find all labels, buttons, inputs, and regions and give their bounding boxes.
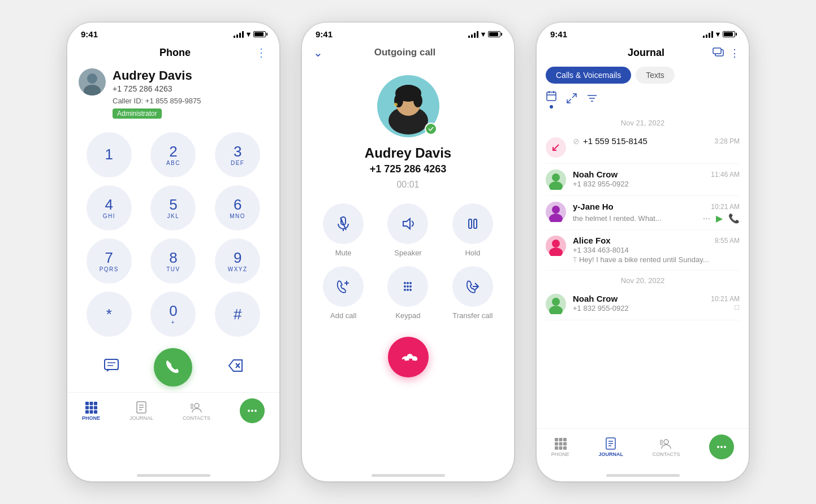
addcall-button[interactable]: Add call <box>316 266 371 320</box>
svg-point-49 <box>407 289 409 291</box>
tab-contacts-1[interactable]: CONTACTS <box>183 401 210 421</box>
calendar-view-btn[interactable] <box>546 90 557 108</box>
backspace-btn[interactable] <box>223 355 247 380</box>
filter-view-btn[interactable] <box>586 93 598 107</box>
dial-star[interactable]: * <box>87 292 132 337</box>
phone-menu-icon[interactable]: ⋮ <box>256 46 268 59</box>
journal-entry-missed-1: ⊘ +1 559 515-8145 3:28 PM <box>546 131 740 164</box>
texts-tab[interactable]: Texts <box>636 67 675 84</box>
dial-4[interactable]: 4GHI <box>87 185 132 231</box>
home-indicator-2 <box>372 474 445 477</box>
jane-play-icon[interactable]: ▶ <box>716 213 723 224</box>
svg-rect-78 <box>559 442 562 445</box>
tab-contacts-3[interactable]: CONTACTS <box>653 437 680 457</box>
wifi-icon-2: ▾ <box>481 30 485 38</box>
missed-time: 3:28 PM <box>714 136 740 145</box>
tab-journal-3[interactable]: JOURNAL <box>599 437 624 457</box>
dial-0[interactable]: 0+ <box>150 292 196 337</box>
entry-top-jane: y-Jane Ho 10:21 AM <box>573 202 740 211</box>
status-time-2: 9:41 <box>316 29 333 39</box>
end-call-button[interactable] <box>388 337 429 377</box>
contact-phone: +1 725 286 4263 <box>113 84 268 93</box>
svg-rect-11 <box>85 406 89 409</box>
cast-icon-btn[interactable] <box>713 46 724 60</box>
svg-point-45 <box>404 285 406 288</box>
call-controls: Mute Speaker Hold Add call <box>302 195 514 328</box>
wifi-icon-3: ▾ <box>716 30 720 38</box>
svg-point-87 <box>664 440 668 444</box>
jane-name: y-Jane Ho <box>573 202 614 211</box>
call-header: ⌄ Outgoing call <box>302 41 514 64</box>
tab-journal-1[interactable]: JOURNAL <box>129 401 153 421</box>
avatar-svg <box>79 68 106 95</box>
jane-more-icon[interactable]: ··· <box>703 214 710 224</box>
entry-details-alice: Alice Fox +1 334 463-8014 8:55 AM T Hey!… <box>573 236 740 264</box>
dial-1[interactable]: 1 <box>87 132 132 177</box>
status-bar-1: 9:41 ▾ <box>67 23 279 41</box>
svg-rect-22 <box>191 404 193 409</box>
dial-call-button[interactable] <box>154 348 192 386</box>
svg-point-46 <box>407 285 409 288</box>
mute-button[interactable]: Mute <box>316 203 371 257</box>
dial-9[interactable]: 9WXYZ <box>215 238 260 284</box>
dial-2[interactable]: 2ABC <box>150 132 196 177</box>
status-icons-3: ▾ <box>703 30 735 38</box>
noah-time-1: 11:46 AM <box>711 170 740 179</box>
missed-phone: +1 559 515-8145 <box>583 136 647 146</box>
more-icon-btn[interactable]: ⋮ <box>729 47 740 59</box>
missed-number: ⊘ +1 559 515-8145 <box>573 136 647 146</box>
svg-rect-74 <box>555 438 558 441</box>
svg-point-66 <box>552 206 560 214</box>
svg-rect-38 <box>469 219 472 228</box>
jane-call-icon[interactable]: 📞 <box>728 213 740 224</box>
noah-name-phone-1: Noah Crow +1 832 955-0922 <box>573 170 629 188</box>
svg-point-1 <box>87 73 97 84</box>
fab-button-1[interactable] <box>240 398 265 423</box>
calls-voicemails-tab[interactable]: Calls & Voicemails <box>546 67 631 84</box>
svg-line-58 <box>567 99 571 103</box>
call-contact-number: +1 725 286 4263 <box>370 163 447 175</box>
dial-7[interactable]: 7PQRS <box>87 238 132 284</box>
journal-header: Journal ⋮ <box>537 41 749 64</box>
chevron-down-icon[interactable]: ⌄ <box>313 46 323 59</box>
fab-button-3[interactable] <box>709 435 734 459</box>
contact-name: Audrey Davis <box>113 68 268 83</box>
call-timer: 00:01 <box>396 180 419 190</box>
hold-label: Hold <box>465 249 480 257</box>
svg-point-91 <box>724 446 726 448</box>
keypad-button[interactable]: Keypad <box>380 266 435 320</box>
phone-screen-content: Phone ⋮ Audrey Davis +1 725 286 4263 Cal… <box>67 41 279 471</box>
expand-view-btn[interactable] <box>566 93 577 107</box>
journal-screen-content: Journal ⋮ Calls & Voicemails Texts <box>537 41 749 471</box>
status-time-3: 9:41 <box>550 29 567 39</box>
journal-title: Journal <box>580 47 713 59</box>
dial-8[interactable]: 8TUV <box>150 238 196 284</box>
dial-6[interactable]: 6MNO <box>215 185 260 231</box>
noah-time-2: 10:21 AM <box>711 294 740 303</box>
svg-rect-39 <box>474 219 477 228</box>
transfer-button[interactable]: Transfer call <box>445 266 500 320</box>
svg-rect-81 <box>559 446 562 450</box>
phone-header: Phone ⋮ <box>67 41 279 64</box>
dial-3[interactable]: 3DEF <box>215 132 260 177</box>
dial-5[interactable]: 5JKL <box>150 185 196 231</box>
svg-point-89 <box>717 446 719 448</box>
jane-avatar <box>546 202 566 222</box>
journal-entry-alice: Alice Fox +1 334 463-8014 8:55 AM T Hey!… <box>546 230 740 271</box>
dialpad: 1 2ABC 3DEF 4GHI 5JKL 6MNO 7PQRS 8TUV 9W… <box>67 127 279 342</box>
mute-label: Mute <box>335 249 352 257</box>
svg-point-48 <box>404 289 406 291</box>
hold-button[interactable]: Hold <box>445 203 500 257</box>
sms-action-btn[interactable] <box>100 354 123 381</box>
tab-phone-1[interactable]: PHONE <box>82 401 100 421</box>
jane-actions[interactable]: ··· ▶ 📞 <box>703 213 740 224</box>
date-nov20: Nov 20, 2022 <box>546 276 740 285</box>
entry-details-noah-2: Noah Crow +1 832 955-0922 10:21 AM ☐ <box>573 294 740 312</box>
outgoing-call-title: Outgoing call <box>329 47 481 58</box>
dial-hash[interactable]: # <box>215 292 260 337</box>
svg-marker-37 <box>403 219 410 229</box>
entry-details-noah-1: Noah Crow +1 832 955-0922 11:46 AM <box>573 170 740 188</box>
tab-phone-3[interactable]: PHONE <box>551 437 569 457</box>
transfer-circle <box>452 266 493 307</box>
speaker-button[interactable]: Speaker <box>380 203 435 257</box>
